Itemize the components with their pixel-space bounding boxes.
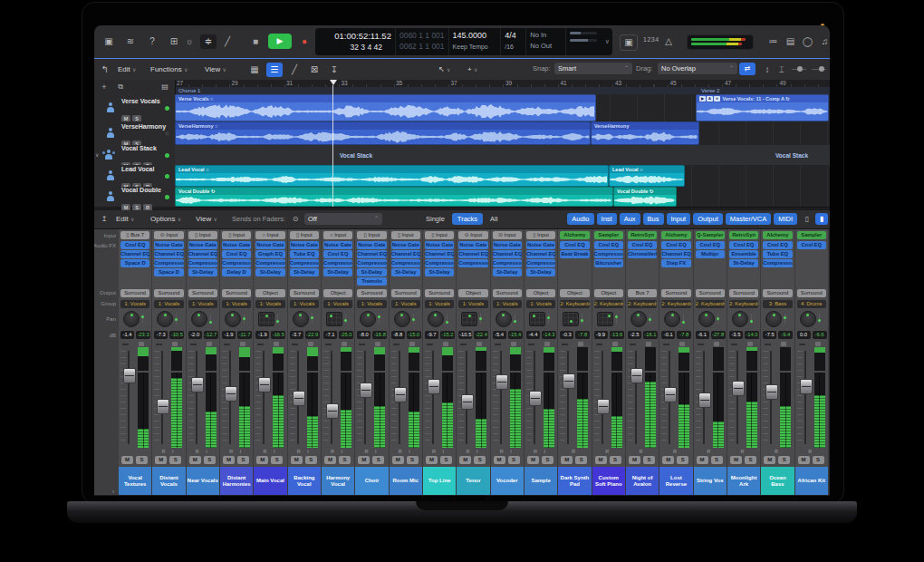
output-slot[interactable]: Surround [729, 289, 758, 297]
record-input-buttons[interactable]: R I [322, 449, 354, 454]
channel-name[interactable]: Top Line [423, 467, 456, 495]
volume-readout[interactable]: 0.0 [797, 331, 811, 339]
audio-region[interactable]: VerseHarmony ○ [175, 121, 591, 145]
channel-strip[interactable]: ⊙ InputNoise GateChannel EQCompressorObj… [457, 229, 490, 495]
audio-fx-slot[interactable]: Channel EQ [458, 250, 487, 258]
audio-fx-slot[interactable]: Space D [120, 259, 149, 267]
pan-knob[interactable] [225, 311, 241, 327]
audio-fx-slot[interactable]: Compressor [255, 259, 284, 267]
record-input-buttons[interactable]: R I [288, 449, 321, 454]
audio-fx-slot[interactable]: Channel EQ [120, 250, 149, 258]
volume-fader[interactable] [461, 394, 474, 410]
audio-fx-slot[interactable]: Channel EQ [357, 250, 386, 258]
mute-button[interactable]: M [223, 456, 235, 464]
volume-fader[interactable] [258, 377, 271, 392]
input-slot[interactable]: ⊙ Input [493, 231, 522, 239]
pan-mini-slider[interactable] [784, 314, 785, 324]
pan-mini-slider[interactable] [819, 314, 820, 324]
count-in-button[interactable]: 1234 [643, 36, 659, 43]
surround-panner[interactable] [326, 312, 342, 326]
output-slot[interactable]: Object [255, 289, 284, 297]
audio-fx-slot[interactable]: St-Delay [493, 268, 522, 276]
stop-button[interactable]: ■ [248, 34, 263, 49]
audio-fx-slot[interactable]: Compressor [323, 259, 352, 267]
pan-mini-slider[interactable] [616, 314, 617, 324]
output-slot[interactable]: Surround [493, 289, 522, 297]
audio-region[interactable]: Vocal Double ↻ [175, 187, 613, 207]
solo-button[interactable]: S [711, 456, 723, 464]
mute-button[interactable]: M [155, 456, 167, 464]
pan-mini-slider[interactable] [751, 314, 752, 324]
audio-fx-slot[interactable]: Cnsl EQ [696, 241, 725, 249]
mute-button[interactable]: M [662, 456, 674, 464]
audio-fx-slot[interactable]: Tremolo [357, 277, 386, 286]
record-input-buttons[interactable]: R I [355, 449, 388, 454]
peak-readout[interactable]: -10.5 [169, 331, 184, 339]
audio-fx-slot[interactable]: Multipr [696, 250, 725, 258]
automation-box[interactable] [511, 342, 516, 346]
mixer-back-icon[interactable]: ↥ [98, 213, 111, 225]
group-slot[interactable]: 1: Vocals [458, 300, 487, 308]
solo-button[interactable]: S [643, 456, 655, 464]
solo-button[interactable]: S [508, 456, 520, 464]
channel-name[interactable]: String Vox [694, 467, 727, 495]
solo-button[interactable]: S [305, 456, 317, 464]
volume-readout[interactable]: -1.9 [222, 331, 236, 339]
volume-fader[interactable] [563, 373, 575, 389]
workspaces-icon[interactable]: ≋ [121, 34, 140, 49]
solo-button[interactable]: S [204, 456, 216, 464]
audio-fx-slot[interactable]: Cnsl EQ [222, 250, 251, 258]
solo-button[interactable]: S [237, 456, 249, 464]
stack-disclosure-icon[interactable]: ∨ [95, 151, 99, 158]
take-folder-take-a-icon[interactable]: A [707, 96, 713, 102]
audio-fx-slot[interactable]: Noise Gate [425, 241, 454, 249]
audio-fx-slot[interactable]: Noise Gate [323, 241, 352, 249]
drag-select[interactable]: No Overlap⌃ [658, 63, 737, 74]
input-slot[interactable]: ○ Input [255, 231, 284, 239]
volume-fader[interactable] [123, 368, 136, 383]
record-input-buttons[interactable]: R I [254, 449, 286, 454]
peak-readout[interactable]: -7.8 [575, 331, 590, 339]
surround-panner[interactable] [258, 312, 274, 326]
volume-readout[interactable]: -0.3 [560, 331, 573, 339]
channel-strip[interactable]: AlchemyCnsl EQChannel EQStep FXSurround2… [659, 229, 693, 495]
channel-name[interactable]: Near Vocals [187, 467, 219, 495]
volume-readout[interactable]: -9.7 [425, 331, 438, 339]
output-slot[interactable]: Surround [290, 289, 319, 297]
mute-button[interactable]: M [459, 456, 471, 464]
volume-readout[interactable]: -2.5 [628, 331, 641, 339]
channel-name[interactable]: Choir [355, 467, 388, 495]
audio-fx-slot[interactable]: Compressor [763, 259, 792, 267]
automation-box[interactable] [342, 342, 347, 346]
audio-fx-slot[interactable]: Noise Gate [154, 241, 183, 249]
audio-fx-slot[interactable]: Noise Gate [391, 241, 420, 249]
volume-readout[interactable]: -10.5 [458, 331, 472, 339]
output-slot[interactable]: Object [526, 289, 555, 297]
channel-name[interactable]: Moonlight Ark [727, 467, 760, 495]
audio-fx-slot[interactable]: Compressor [458, 259, 487, 267]
track-header[interactable]: VerseHarmonyMS [94, 121, 176, 146]
record-input-buttons[interactable]: R [558, 449, 591, 454]
audio-fx-slot[interactable]: Space D [154, 268, 183, 276]
volume-readout[interactable]: -8.8 [391, 331, 405, 339]
mute-button[interactable]: M [764, 456, 775, 464]
record-button[interactable]: ● [297, 34, 312, 49]
output-slot[interactable]: Surround [391, 289, 420, 297]
channel-strip[interactable]: ▯ InputNoise GateChannel EQCompressorSt-… [390, 229, 423, 495]
channel-name[interactable]: Ocean Bass [761, 467, 794, 495]
audio-fx-slot[interactable]: Beat Break [560, 250, 589, 258]
peak-readout[interactable]: -15.0 [407, 331, 421, 339]
record-input-buttons[interactable]: R I [220, 449, 253, 454]
channel-strip[interactable]: RetroSynCnsl EQEnsembleSt-DelaySurround2… [727, 229, 761, 495]
channel-name[interactable]: Lost Reverse [659, 467, 692, 495]
volume-fader[interactable] [225, 386, 237, 402]
peak-readout[interactable]: -15.2 [440, 331, 455, 339]
solo-button[interactable]: S [440, 456, 452, 464]
mixer-menu-view[interactable]: View ∨ [196, 210, 217, 228]
volume-fader[interactable] [630, 368, 643, 383]
peak-readout[interactable]: -11.7 [237, 331, 252, 339]
group-slot[interactable]: 2: Keyboards [729, 300, 758, 308]
input-slot[interactable]: ▯ Bus 7 [120, 231, 149, 239]
channel-name[interactable]: Sample [525, 467, 557, 495]
audio-fx-slot[interactable]: Cnsl EQ [797, 241, 826, 249]
